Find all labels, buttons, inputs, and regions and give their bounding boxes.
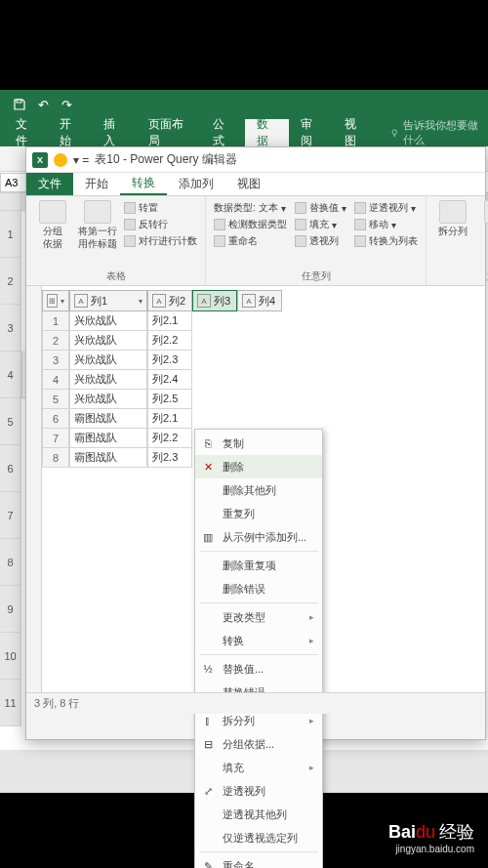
reverse-rows-button[interactable]: 反转行	[122, 217, 199, 232]
cell[interactable]: 兴欣战队	[69, 351, 147, 370]
cell[interactable]: 列2.2	[147, 331, 192, 351]
pq-tab-file[interactable]: 文件	[26, 173, 73, 195]
tab-file[interactable]: 文件	[4, 119, 48, 146]
column-header-4[interactable]: A列4	[237, 290, 282, 311]
table-row[interactable]: 5兴欣战队列2.5	[42, 390, 296, 409]
cell[interactable]: 列2.1	[147, 311, 192, 331]
ctx-unpivot-other[interactable]: 逆透视其他列	[195, 803, 322, 826]
table-row[interactable]: 3兴欣战队列2.3	[42, 351, 296, 370]
pq-queries-pane-collapsed[interactable]	[26, 286, 42, 714]
move-button[interactable]: 移动 ▾	[352, 217, 420, 232]
tab-insert[interactable]: 插入	[92, 119, 136, 146]
save-icon[interactable]	[8, 93, 31, 116]
pq-tab-transform[interactable]: 转换	[120, 173, 167, 195]
excel-app-icon: X	[32, 152, 48, 168]
pivot-button[interactable]: 透视列	[293, 233, 348, 249]
tab-layout[interactable]: 页面布局	[137, 119, 201, 146]
unpivot-button[interactable]: 逆透视列 ▾	[352, 200, 420, 216]
cell[interactable]: 列2.4	[147, 370, 192, 390]
ctx-remove-duplicates[interactable]: 删除重复项	[195, 554, 322, 577]
ctx-replace-values[interactable]: ½替换值...	[195, 657, 322, 681]
ctx-duplicate[interactable]: 重复列	[195, 502, 322, 525]
column-header-1[interactable]: A列1▾	[69, 290, 147, 311]
redo-icon[interactable]: ↷	[55, 93, 78, 116]
ribbon-group-textcolumn: 拆分列 格式 合并列 提取 分析 文本列	[427, 196, 488, 285]
pq-tab-view[interactable]: 视图	[225, 173, 272, 195]
row-header[interactable]: 2	[0, 258, 21, 305]
row-header[interactable]: 3	[0, 305, 21, 351]
ctx-change-type[interactable]: 更改类型▸	[195, 605, 322, 629]
row-header[interactable]: 11	[0, 680, 21, 726]
cell[interactable]: 霸图战队	[69, 409, 147, 429]
menu-separator	[199, 551, 318, 552]
text-type-icon: A	[152, 294, 166, 308]
tab-formulas[interactable]: 公式	[201, 119, 245, 146]
row-header[interactable]: 5	[0, 398, 21, 445]
pq-tab-home[interactable]: 开始	[73, 173, 120, 195]
cell[interactable]: 霸图战队	[69, 429, 147, 448]
transpose-button[interactable]: 转置	[122, 200, 199, 216]
ctx-fill[interactable]: 填充▸	[195, 756, 322, 779]
row-header[interactable]: 4	[0, 351, 21, 398]
row-number: 6	[42, 409, 69, 429]
column-header-2[interactable]: A列2	[147, 290, 192, 311]
table-row[interactable]: 2兴欣战队列2.2	[42, 331, 296, 351]
ctx-unpivot-selected[interactable]: 仅逆透视选定列	[195, 826, 322, 849]
submenu-arrow-icon: ▸	[309, 612, 314, 622]
cell[interactable]: 列2.1	[147, 409, 192, 429]
column-header-3-selected[interactable]: A列3	[192, 290, 237, 311]
cell[interactable]: 兴欣战队	[69, 370, 147, 390]
cell[interactable]: 兴欣战队	[69, 331, 147, 351]
cell[interactable]: 列2.5	[147, 390, 192, 409]
feedback-smiley-icon[interactable]	[54, 153, 67, 167]
datatype-button[interactable]: 数据类型: 文本 ▾	[212, 200, 289, 216]
ctx-rename[interactable]: ✎重命名...	[195, 854, 322, 868]
cell[interactable]: 列2.3	[147, 351, 192, 370]
cell[interactable]: 兴欣战队	[69, 311, 147, 331]
ctx-unpivot[interactable]: ⤢逆透视列	[195, 779, 322, 803]
cell[interactable]: 列2.3	[147, 448, 192, 468]
tellme-search[interactable]: 告诉我你想要做什么	[389, 119, 488, 146]
pq-tab-addcolumn[interactable]: 添加列	[167, 173, 225, 195]
table-row[interactable]: 1兴欣战队列2.1	[42, 311, 296, 331]
row-header[interactable]: 7	[0, 492, 21, 539]
row-header[interactable]: 8	[0, 539, 21, 586]
detect-datatype-button[interactable]: 检测数据类型	[212, 217, 289, 232]
tab-view[interactable]: 视图	[333, 119, 377, 146]
pq-status-bar: 3 列, 8 行	[26, 692, 485, 714]
tab-home[interactable]: 开始	[48, 119, 92, 146]
table-row[interactable]: 6霸图战队列2.1	[42, 409, 296, 429]
count-rows-button[interactable]: 对行进行计数	[122, 233, 199, 249]
replace-icon: ½	[201, 662, 215, 676]
table-row[interactable]: 4兴欣战队列2.4	[42, 370, 296, 390]
use-first-row-headers-button[interactable]: 将第一行用作标题	[77, 200, 118, 268]
rename-button[interactable]: 重命名	[212, 233, 289, 249]
row-header[interactable]: 9	[0, 586, 21, 633]
to-list-button[interactable]: 转换为列表	[352, 233, 420, 249]
ctx-remove-errors[interactable]: 删除错误	[195, 577, 322, 600]
ctx-group-by[interactable]: ⊟分组依据...	[195, 732, 322, 756]
ctx-delete[interactable]: ✕删除	[195, 455, 322, 478]
copy-icon: ⎘	[201, 436, 215, 450]
cell[interactable]: 霸图战队	[69, 448, 147, 468]
ctx-add-from-example[interactable]: ▥从示例中添加列...	[195, 525, 322, 549]
replace-values-button[interactable]: 替换值 ▾	[293, 200, 348, 216]
groupby-button[interactable]: 分组依据	[32, 200, 73, 268]
tab-review[interactable]: 审阅	[289, 119, 333, 146]
row-header[interactable]: 1	[0, 211, 21, 258]
undo-icon[interactable]: ↶	[31, 93, 55, 116]
format-button[interactable]: 格式	[477, 200, 488, 268]
cell[interactable]: 列2.2	[147, 429, 192, 448]
split-column-button[interactable]: 拆分列	[432, 200, 473, 268]
grid-corner[interactable]: ⊞▾	[42, 290, 69, 311]
row-header[interactable]: 10	[0, 633, 21, 680]
text-type-icon: A	[197, 294, 211, 308]
ctx-delete-other[interactable]: 删除其他列	[195, 478, 322, 502]
fill-button[interactable]: 填充 ▾	[293, 217, 348, 232]
tab-data[interactable]: 数据	[245, 119, 289, 146]
ctx-copy[interactable]: ⎘复制	[195, 432, 322, 455]
ctx-transform[interactable]: 转换▸	[195, 629, 322, 652]
cell[interactable]: 兴欣战队	[69, 390, 147, 409]
row-header[interactable]: 6	[0, 445, 21, 492]
power-query-editor-window: X ▾ = 表10 - Power Query 编辑器 文件 开始 转换 添加列…	[25, 146, 486, 740]
